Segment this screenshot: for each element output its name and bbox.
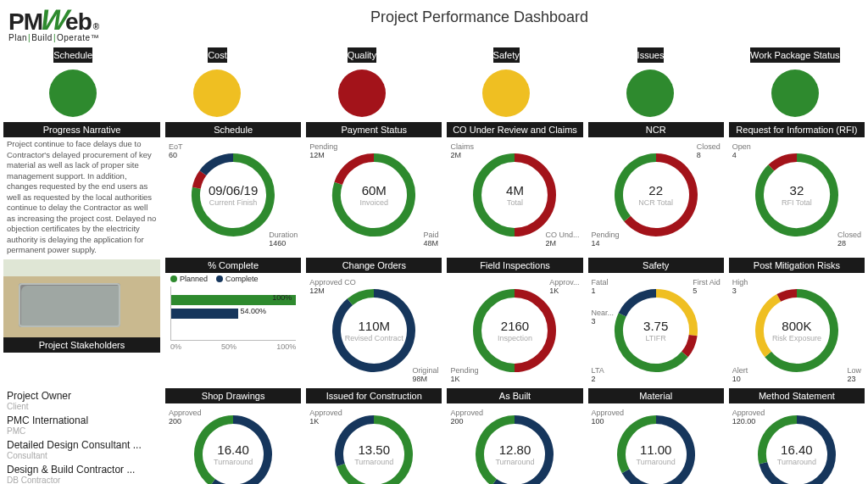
donut-center-caption: Turnaround xyxy=(495,458,534,466)
progress-narrative-title: Progress Narrative xyxy=(3,122,160,137)
donut-center-caption: Turnaround xyxy=(637,458,676,466)
status-label: Quality xyxy=(348,47,376,63)
donut-center-caption: Turnaround xyxy=(214,458,253,466)
kpi-panel[interactable]: Shop Drawings 16.40 Turnaround Approved … xyxy=(165,388,301,485)
status-indicator-icon xyxy=(626,70,674,117)
percent-complete-panel[interactable]: % Complete Planned Complete 100% 54.00% … xyxy=(165,258,301,388)
status-indicator-icon xyxy=(338,70,386,117)
kpi-panel[interactable]: NCR 22 NCR Total Closed 8Pending 14 xyxy=(588,122,724,258)
kpi-title: Change Orders xyxy=(306,258,442,273)
status-cell[interactable]: Cost xyxy=(147,47,287,122)
kpi-title: Schedule xyxy=(165,122,301,137)
kpi-panel[interactable]: Safety 3.75 LTIFR Fatal 1First Aid 5LTA … xyxy=(588,258,724,388)
kpi-panel[interactable]: Material 11.00 Turnaround Approved 100Su… xyxy=(588,388,724,485)
donut-chart: 2160 Inspection Approv... 1KPending 1K xyxy=(447,273,582,388)
donut-label: Approved CO 12M xyxy=(309,278,356,295)
status-indicator-icon xyxy=(771,70,819,117)
donut-center-value: 22 xyxy=(638,183,673,197)
kpi-title: Material xyxy=(588,388,724,403)
kpi-body: 11.00 Turnaround Approved 100Submitted 2… xyxy=(588,403,724,485)
kpi-panel[interactable]: Change Orders 110M Revised Contract Appr… xyxy=(306,258,442,388)
status-label: Safety xyxy=(493,47,520,63)
status-cell[interactable]: Schedule xyxy=(3,47,142,122)
kpi-panel[interactable]: Request for Information (RFI) 32 RFI Tot… xyxy=(729,122,865,258)
brand-pre: PM xyxy=(8,8,42,36)
kpi-body: 13.50 Turnaround Approved 1KSubmitted 40… xyxy=(306,403,442,485)
stakeholder-item[interactable]: Project Owner Client xyxy=(7,390,157,411)
kpi-body: 2160 Inspection Approv... 1KPending 1K xyxy=(447,273,582,388)
donut-label: First Aid 5 xyxy=(693,278,721,295)
donut-chart: 09/06/19 Current Finish EoT 60Duration 1… xyxy=(165,137,301,253)
status-cell[interactable]: Issues xyxy=(581,47,720,122)
stakeholder-item[interactable]: Detailed Design Consultant ... Consultan… xyxy=(7,439,157,460)
kpi-panel[interactable]: Method Statement 16.40 Turnaround Approv… xyxy=(729,388,865,485)
stakeholder-org: Design & Build Contractor ... xyxy=(7,464,157,476)
status-cell[interactable]: Safety xyxy=(437,47,576,122)
donut-label: Approved 100 xyxy=(592,409,625,426)
kpi-title: NCR xyxy=(588,122,724,137)
status-label: Work Package Status xyxy=(750,47,840,63)
donut-label: Pending 14 xyxy=(592,231,620,248)
stakeholder-org: PMC International xyxy=(7,414,157,426)
status-cell[interactable]: Quality xyxy=(292,47,431,122)
kpi-panel[interactable]: Field Inspections 2160 Inspection Approv… xyxy=(447,258,582,388)
status-cell[interactable]: Work Package Status xyxy=(726,47,865,122)
donut-label: Claims 2M xyxy=(450,142,474,159)
bar-legend: Planned Complete xyxy=(165,273,301,285)
kpi-body: 4M Total Claims 2MCO Und... 2M xyxy=(447,137,582,253)
kpi-body: 09/06/19 Current Finish EoT 60Duration 1… xyxy=(165,137,301,253)
legend-complete: Complete xyxy=(216,275,259,283)
donut-center-caption: Inspection xyxy=(498,334,532,342)
donut-center-value: 60M xyxy=(360,183,389,197)
donut-chart: 22 NCR Total Closed 8Pending 14 xyxy=(588,137,724,253)
kpi-title: Safety xyxy=(588,258,724,273)
kpi-title: Post Mitigation Risks xyxy=(729,258,865,273)
donut-center: 13.50 Turnaround xyxy=(354,442,393,466)
kpi-body: 16.40 Turnaround Approved 120.00Submitte… xyxy=(729,403,865,485)
bar-chart: 100% 54.00% xyxy=(170,287,296,341)
donut-chart: 16.40 Turnaround Approved 120.00Submitte… xyxy=(729,403,865,485)
bar-axis: 0%50%100% xyxy=(170,342,296,351)
donut-center: 22 NCR Total xyxy=(638,183,673,207)
kpi-body: 32 RFI Total Open 4Closed 28 xyxy=(729,137,865,253)
kpi-panel[interactable]: Schedule 09/06/19 Current Finish EoT 60D… xyxy=(165,122,301,258)
brand-logo: PM W eb ® Plan|Build|Operate™ xyxy=(8,3,99,42)
kpi-panel[interactable]: Issued for Construction 13.50 Turnaround… xyxy=(306,388,442,485)
registered-icon: ® xyxy=(93,22,98,31)
stakeholder-role: DB Contractor xyxy=(7,476,157,485)
donut-label: Approved 1K xyxy=(309,409,342,426)
kpi-panel[interactable]: As Built 12.80 Turnaround Approved 200Su… xyxy=(447,388,582,485)
donut-label: Fatal 1 xyxy=(592,278,609,295)
legend-planned: Planned xyxy=(170,275,208,283)
status-label: Issues xyxy=(637,47,665,63)
donut-center-value: 16.40 xyxy=(214,442,253,457)
stakeholder-role: PMC xyxy=(7,426,157,436)
donut-label: Approv... 1K xyxy=(549,278,579,295)
kpi-panel[interactable]: Payment Status 60M Invoiced Pending 12MP… xyxy=(306,122,442,258)
kpi-row-3: Project Owner Client PMC International P… xyxy=(0,388,868,485)
donut-center-caption: Current Finish xyxy=(209,198,258,207)
stakeholder-item[interactable]: Design & Build Contractor ... DB Contrac… xyxy=(7,464,157,485)
stakeholder-item[interactable]: PMC International PMC xyxy=(7,414,157,436)
donut-center-value: 09/06/19 xyxy=(209,183,258,197)
percent-complete-title: % Complete xyxy=(165,258,301,273)
project-render-image xyxy=(3,259,160,337)
donut-label: Open 4 xyxy=(732,142,751,159)
donut-center-caption: RFI Total xyxy=(782,198,812,207)
progress-narrative-text: Project continue to face delays due to C… xyxy=(3,137,160,258)
donut-center-value: 16.40 xyxy=(777,442,816,457)
donut-center: 4M Total xyxy=(506,183,524,207)
kpi-title: Request for Information (RFI) xyxy=(729,122,865,137)
donut-center-value: 11.00 xyxy=(637,442,676,457)
kpi-panel[interactable]: Post Mitigation Risks 800K Risk Exposure… xyxy=(729,258,865,388)
donut-chart: 3.75 LTIFR Fatal 1First Aid 5LTA 2Near..… xyxy=(588,273,724,388)
donut-label: Closed 8 xyxy=(697,142,721,159)
kpi-body: 16.40 Turnaround Approved 200Submitted 3… xyxy=(165,403,301,485)
donut-label: Pending 12M xyxy=(309,142,337,159)
donut-center-value: 110M xyxy=(345,319,403,333)
donut-label: Low 23 xyxy=(847,366,861,383)
kpi-title: As Built xyxy=(447,388,582,403)
kpi-panel[interactable]: CO Under Review and Claims 4M Total Clai… xyxy=(447,122,582,258)
donut-label: Approved 120.00 xyxy=(732,409,765,426)
donut-center-value: 3.75 xyxy=(643,319,668,333)
